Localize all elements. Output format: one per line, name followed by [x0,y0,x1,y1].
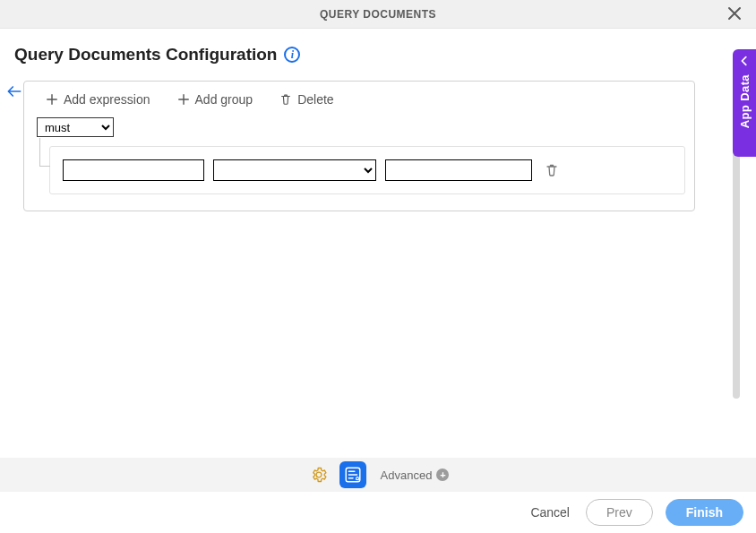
back-button[interactable] [5,82,23,103]
main-content: Query Documents Configuration i Add expr… [0,29,756,457]
plus-circle-icon: + [436,469,449,481]
gear-icon [310,466,328,484]
expression-delete-button[interactable] [545,163,559,177]
finish-button[interactable]: Finish [666,499,743,526]
bottom-toolbar: Advanced + [0,458,756,492]
arrow-left-icon [5,82,23,100]
dialog-title: QUERY DOCUMENTS [320,8,436,21]
page-header: Query Documents Configuration i [14,45,740,64]
plus-icon [46,93,58,106]
expression-row [49,146,685,194]
advanced-toggle[interactable]: Advanced + [381,469,450,482]
add-expression-label: Add expression [64,92,150,107]
form-view-button[interactable] [339,461,366,488]
form-icon [343,465,363,485]
delete-label: Delete [297,92,333,107]
add-group-button[interactable]: Add group [177,92,253,107]
plus-icon [177,93,190,106]
prev-button[interactable]: Prev [586,499,653,526]
trash-icon [545,163,559,177]
chevron-left-icon [738,55,751,67]
add-expression-button[interactable]: Add expression [46,92,150,107]
app-data-tab-label: App Data [738,74,752,128]
tree-connector [39,138,50,167]
close-button[interactable] [722,4,747,25]
trash-icon [279,93,292,106]
group-operator-select[interactable]: mustmust_notshould [37,117,114,137]
settings-button[interactable] [307,463,331,486]
titlebar: QUERY DOCUMENTS [0,0,756,29]
query-builder-panel: Add expression Add group Delete mustmust… [23,81,695,211]
add-group-label: Add group [195,92,253,107]
expression-field-input[interactable] [63,159,204,181]
close-icon [727,6,742,21]
dialog-footer: Cancel Prev Finish [0,492,756,533]
advanced-label: Advanced [381,469,433,482]
page-title: Query Documents Configuration [14,45,277,64]
app-data-tab[interactable]: App Data [733,49,756,157]
delete-button[interactable]: Delete [279,92,333,107]
expression-value-input[interactable] [385,159,532,181]
query-toolbar: Add expression Add group Delete [33,89,685,116]
expression-operator-select[interactable] [213,159,376,181]
info-icon[interactable]: i [284,47,300,63]
cancel-button[interactable]: Cancel [527,500,573,525]
group-operator-row: mustmust_notshould [37,117,685,137]
